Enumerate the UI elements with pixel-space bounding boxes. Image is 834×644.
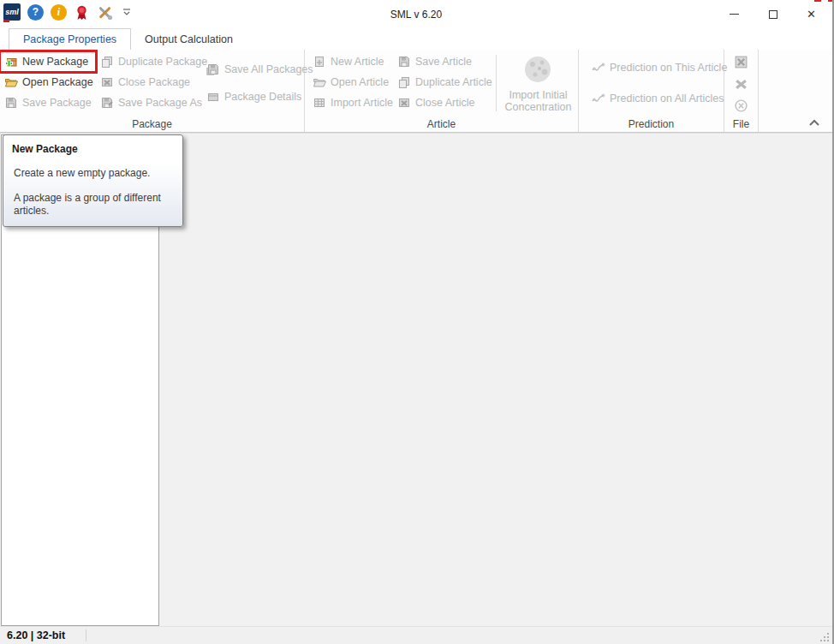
export-grid-x-icon (734, 55, 748, 69)
app-window: sml ? i SML v 6.20 ✕ (0, 0, 834, 644)
import-article-label: Import Article (331, 97, 393, 109)
open-article-label: Open Article (331, 76, 389, 88)
ribbon-tab-row: Package Properties Output Calculation (0, 28, 832, 50)
window-controls: ✕ (715, 0, 831, 28)
ribbon-group-package: New Package Open Package Save Package (0, 50, 305, 132)
title-bar: sml ? i SML v 6.20 ✕ (0, 0, 832, 28)
top-edge-red-artifact (828, 0, 832, 2)
new-package-button[interactable]: New Package (0, 51, 96, 72)
new-package-icon (4, 55, 18, 69)
tab-output-calculation[interactable]: Output Calculation (131, 28, 247, 50)
save-package-button[interactable]: Save Package (0, 92, 96, 113)
save-article-label: Save Article (415, 56, 472, 68)
save-all-packages-icon (206, 63, 220, 76)
new-package-label: New Package (22, 56, 88, 68)
quick-access-toolbar: sml ? i (3, 3, 132, 21)
tools-icon[interactable] (97, 4, 113, 21)
ribbon-group-file: File (724, 50, 759, 132)
info-icon[interactable]: i (51, 4, 67, 21)
prediction-this-article-button[interactable]: Prediction on This Article (587, 57, 724, 78)
duplicate-package-icon (100, 55, 114, 69)
duplicate-article-label: Duplicate Article (415, 76, 492, 88)
ribbon-filler (759, 50, 832, 132)
save-package-as-button[interactable]: Save Package As (96, 92, 202, 113)
package-group-label: Package (0, 118, 304, 130)
prediction-this-article-icon (592, 61, 605, 75)
top-edge-red-artifact (814, 0, 821, 2)
customize-toolbar-dropdown-icon[interactable] (122, 6, 132, 18)
save-package-label: Save Package (22, 97, 92, 109)
save-article-button[interactable]: Save Article (393, 51, 494, 72)
open-package-icon (4, 75, 18, 89)
new-article-button[interactable]: New Article (308, 51, 393, 72)
close-package-icon (100, 75, 114, 89)
export-excel-button[interactable] (731, 75, 752, 93)
ribbon: New Package Open Package Save Package (0, 50, 832, 133)
duplicate-package-label: Duplicate Package (118, 56, 207, 68)
save-all-packages-button[interactable]: Save All Packages (202, 59, 305, 80)
file-group-label: File (724, 118, 758, 130)
ribbon-group-prediction: Prediction on This Article Prediction on… (579, 50, 724, 132)
prediction-all-articles-label: Prediction on All Articles (610, 92, 724, 104)
cancel-circle-icon (734, 98, 748, 113)
close-package-label: Close Package (118, 76, 190, 88)
excel-x-icon (734, 77, 748, 92)
duplicate-article-icon (397, 75, 411, 89)
help-icon[interactable]: ? (27, 4, 44, 21)
export-file-button[interactable] (731, 53, 752, 71)
close-article-label: Close Article (415, 97, 474, 109)
package-details-icon (206, 90, 220, 104)
close-article-button[interactable]: Close Article (393, 92, 494, 113)
article-group-label: Article (305, 118, 578, 130)
close-icon: ✕ (807, 8, 816, 21)
prediction-all-articles-button[interactable]: Prediction on All Articles (587, 88, 724, 109)
duplicate-package-button[interactable]: Duplicate Package (96, 51, 202, 72)
close-article-icon (397, 96, 411, 110)
close-button[interactable]: ✕ (792, 0, 831, 28)
save-package-icon (4, 96, 18, 110)
close-package-button[interactable]: Close Package (96, 72, 202, 92)
save-package-as-label: Save Package As (118, 97, 202, 109)
open-package-label: Open Package (22, 76, 93, 88)
tooltip-line1: Create a new empty package. (14, 167, 168, 180)
prediction-this-article-label: Prediction on This Article (610, 62, 727, 74)
duplicate-article-button[interactable]: Duplicate Article (393, 72, 494, 92)
open-article-button[interactable]: Open Article (308, 72, 393, 92)
package-details-button[interactable]: Package Details (202, 86, 305, 107)
maximize-button[interactable] (754, 0, 792, 28)
prediction-all-articles-icon (592, 92, 605, 105)
import-initial-concentration-icon (521, 53, 555, 87)
new-article-label: New Article (331, 56, 384, 68)
cancel-export-button[interactable] (731, 97, 752, 115)
status-separator (86, 629, 86, 641)
save-package-as-icon (100, 96, 114, 110)
status-bar: 6.20 | 32-bit (0, 626, 832, 644)
version-label: 6.20 | 32-bit (7, 629, 65, 641)
prediction-group-label: Prediction (579, 118, 724, 130)
package-details-label: Package Details (224, 91, 301, 103)
open-package-button[interactable]: Open Package (0, 72, 96, 92)
collapse-ribbon-chevron-icon[interactable] (808, 118, 820, 128)
import-article-icon (313, 96, 326, 110)
save-article-icon (397, 55, 411, 69)
ribbon-group-article: New Article Open Article Import Article … (305, 50, 579, 132)
minimize-icon (730, 14, 739, 15)
maximize-icon (769, 10, 777, 19)
new-article-icon (313, 55, 326, 69)
save-all-packages-label: Save All Packages (224, 63, 313, 75)
sml-logo-icon[interactable]: sml (3, 3, 21, 21)
tooltip-line2: A package is a group of different articl… (14, 192, 168, 218)
sml-logo-text: sml (5, 8, 19, 16)
minimize-button[interactable] (715, 0, 754, 28)
tooltip-title: New Package (12, 143, 174, 155)
import-article-button[interactable]: Import Article (308, 92, 393, 113)
award-ribbon-icon[interactable] (74, 4, 90, 21)
import-initial-concentration-button[interactable]: Import Initial Concentration (498, 51, 578, 115)
import-initial-concentration-label: Import Initial Concentration (505, 89, 572, 113)
resize-grip[interactable] (819, 632, 830, 642)
article-group-separator (496, 55, 497, 111)
tab-package-properties[interactable]: Package Properties (9, 28, 131, 50)
new-package-tooltip: New Package Create a new empty package. … (3, 134, 183, 227)
open-article-icon (313, 75, 326, 89)
